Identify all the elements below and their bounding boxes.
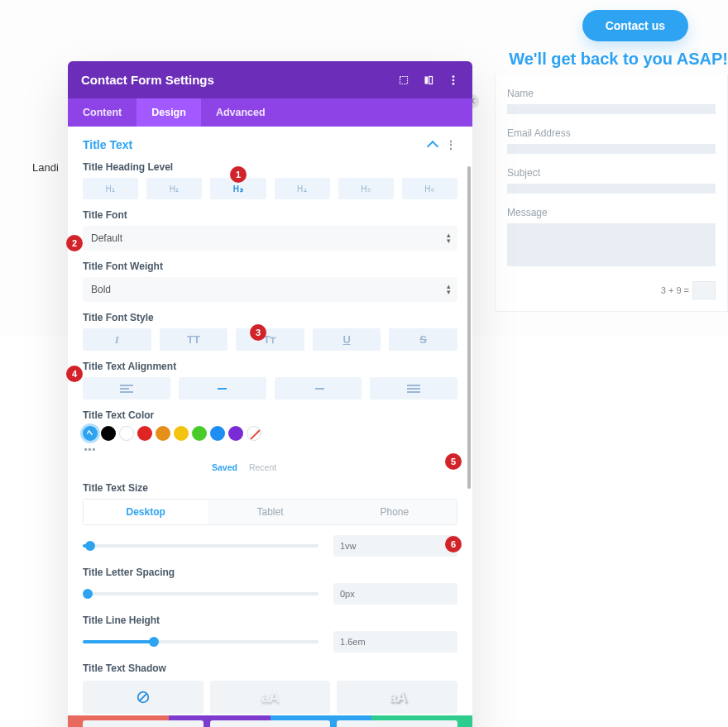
expand-icon[interactable] bbox=[398, 74, 410, 86]
color-tab-recent[interactable]: Recent bbox=[249, 462, 276, 472]
label-heading-level: Title Heading Level bbox=[83, 161, 457, 173]
align-justify-button[interactable] bbox=[370, 377, 457, 399]
more-swatches-icon[interactable]: ••• bbox=[83, 444, 98, 454]
align-right-button[interactable] bbox=[275, 377, 362, 399]
weight-select[interactable]: Bold ▴▾ bbox=[83, 277, 457, 302]
field-input-message[interactable] bbox=[507, 223, 716, 266]
annotation-4: 4 bbox=[66, 366, 83, 382]
captcha-input[interactable] bbox=[692, 281, 716, 299]
line-height-slider[interactable] bbox=[83, 640, 318, 643]
swatch-yellow[interactable] bbox=[174, 426, 189, 441]
device-desktop-button[interactable]: Desktop bbox=[84, 500, 208, 524]
swatch-white[interactable] bbox=[119, 426, 134, 441]
h2-button[interactable]: H₂ bbox=[146, 178, 202, 199]
shadow-none-button[interactable] bbox=[83, 681, 204, 714]
collapse-icon[interactable] bbox=[427, 140, 438, 151]
section-title-text[interactable]: Title Text ⋮ bbox=[83, 138, 457, 151]
swatch-black[interactable] bbox=[101, 426, 116, 441]
italic-button[interactable]: I bbox=[83, 328, 151, 351]
swatch-purple[interactable] bbox=[228, 426, 243, 441]
svg-rect-0 bbox=[400, 76, 408, 84]
tab-advanced[interactable]: Advanced bbox=[201, 98, 280, 127]
shadow-preset-1[interactable]: aA bbox=[210, 681, 331, 714]
label-style: Title Font Style bbox=[83, 312, 457, 323]
headline-text: We'll get back to you ASAP! bbox=[509, 50, 728, 69]
field-input-email[interactable] bbox=[507, 144, 716, 154]
field-input-name[interactable] bbox=[507, 104, 716, 114]
align-left-button[interactable] bbox=[83, 377, 170, 399]
device-phone-button[interactable]: Phone bbox=[333, 500, 457, 524]
captcha-text: 3 + 9 = bbox=[661, 285, 689, 295]
label-align: Title Text Alignment bbox=[83, 361, 457, 372]
section-more-icon[interactable]: ⋮ bbox=[445, 138, 457, 151]
label-color: Title Text Color bbox=[83, 409, 457, 421]
swatch-blue[interactable] bbox=[210, 426, 225, 441]
color-tab-saved[interactable]: Saved bbox=[212, 462, 237, 472]
shadow-preset-2[interactable]: aA bbox=[337, 681, 457, 714]
svg-point-3 bbox=[453, 75, 455, 78]
annotation-1: 1 bbox=[230, 166, 247, 183]
more-icon[interactable] bbox=[448, 74, 459, 86]
swatch-green[interactable] bbox=[192, 426, 207, 441]
modal-title: Contact Form Settings bbox=[81, 73, 214, 87]
svg-point-4 bbox=[453, 79, 455, 81]
field-label-name: Name bbox=[507, 79, 716, 104]
tab-content[interactable]: Content bbox=[68, 98, 136, 127]
h4-button[interactable]: H₄ bbox=[275, 178, 330, 199]
annotation-6: 6 bbox=[445, 536, 462, 552]
h6-button[interactable]: H₆ bbox=[402, 178, 457, 199]
font-value: Default bbox=[91, 232, 122, 244]
font-select[interactable]: Default ▴▾ bbox=[83, 226, 457, 251]
field-label-subject: Subject bbox=[507, 159, 716, 184]
columns-icon[interactable] bbox=[423, 74, 434, 86]
align-center-button[interactable] bbox=[179, 377, 266, 399]
swatch-none[interactable] bbox=[247, 426, 261, 441]
svg-rect-2 bbox=[429, 76, 433, 84]
annotation-2: 2 bbox=[66, 235, 83, 251]
letter-spacing-value-input[interactable]: 0px bbox=[333, 583, 457, 605]
label-weight: Title Font Weight bbox=[83, 261, 457, 272]
swatch-active[interactable] bbox=[83, 426, 98, 441]
swatch-orange[interactable] bbox=[156, 426, 170, 441]
annotation-3: 3 bbox=[250, 324, 266, 341]
contact-form-preview: Name Email Address Subject Message 3 + 9… bbox=[495, 74, 728, 312]
shadow-preset-3[interactable]: aA bbox=[83, 720, 204, 727]
shadow-preset-4[interactable]: aA bbox=[210, 720, 331, 727]
svg-line-7 bbox=[139, 694, 146, 701]
svg-rect-1 bbox=[425, 76, 429, 84]
tab-design[interactable]: Design bbox=[136, 98, 201, 127]
contact-us-button[interactable]: Contact us bbox=[582, 10, 688, 41]
heading-level-row: H₁ H₂ H₃ H₄ H₅ H₆ bbox=[83, 178, 457, 199]
section-label: Title Text bbox=[83, 138, 132, 151]
label-shadow: Title Text Shadow bbox=[83, 662, 457, 674]
label-letter-spacing: Title Letter Spacing bbox=[83, 567, 457, 578]
label-line-height: Title Line Height bbox=[83, 615, 457, 626]
smallcaps-button[interactable]: Tᴛ bbox=[236, 328, 304, 351]
modal-body: Title Text ⋮ Title Heading Level H₁ H₂ H… bbox=[68, 127, 472, 715]
label-size: Title Text Size bbox=[83, 482, 457, 494]
weight-value: Bold bbox=[91, 284, 111, 295]
scrollbar[interactable] bbox=[467, 166, 471, 489]
underline-button[interactable]: U bbox=[313, 328, 381, 351]
size-value-input[interactable]: 1vw bbox=[333, 535, 457, 557]
h1-button[interactable]: H₁ bbox=[83, 178, 138, 199]
color-swatch-row bbox=[83, 426, 457, 441]
h5-button[interactable]: H₅ bbox=[338, 178, 394, 199]
line-height-value-input[interactable]: 1.6em bbox=[333, 631, 457, 653]
swatch-red[interactable] bbox=[137, 426, 152, 441]
field-label-message: Message bbox=[507, 198, 716, 223]
label-font: Title Font bbox=[83, 209, 457, 221]
field-label-email: Email Address bbox=[507, 119, 716, 144]
annotation-5: 5 bbox=[445, 453, 462, 470]
uppercase-button[interactable]: TT bbox=[160, 328, 228, 351]
size-slider[interactable] bbox=[83, 544, 318, 548]
svg-point-5 bbox=[453, 82, 455, 84]
settings-modal: Contact Form Settings Content Design Adv… bbox=[68, 61, 472, 727]
shadow-preset-5[interactable]: aA bbox=[337, 720, 457, 727]
device-tablet-button[interactable]: Tablet bbox=[208, 500, 332, 524]
letter-spacing-slider[interactable] bbox=[83, 592, 318, 595]
strike-button[interactable]: S bbox=[389, 328, 457, 351]
tab-bar: Content Design Advanced bbox=[68, 98, 472, 127]
modal-header: Contact Form Settings Content Design Adv… bbox=[68, 61, 472, 127]
field-input-subject[interactable] bbox=[507, 184, 716, 194]
